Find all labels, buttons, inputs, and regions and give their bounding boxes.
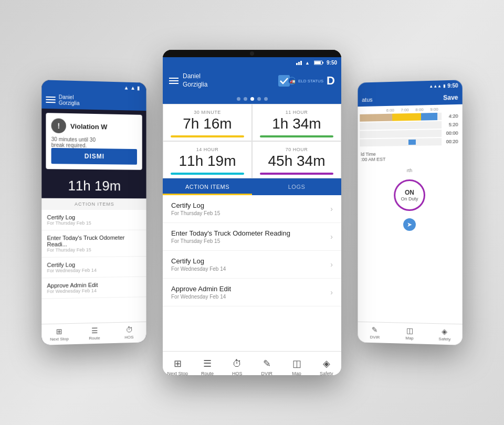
right-signal-icon: ▲▲▲ xyxy=(429,83,442,89)
nav-label-map: Map xyxy=(292,371,301,375)
clock-icon: ⏱ xyxy=(125,325,133,334)
nav-hos[interactable]: ⏱ HOS xyxy=(222,352,252,375)
right-nav-dvir[interactable]: ✎ DVIR xyxy=(358,322,392,343)
action-sub-certify-1: For Thursday Feb 15 xyxy=(171,210,220,216)
hour-label-6: 6:00 xyxy=(383,108,397,113)
svg-rect-1 xyxy=(298,62,300,65)
action-item-certify-2[interactable]: Certify Log For Wednesday Feb 14 › xyxy=(163,251,341,279)
center-status-bar: ▲ 9:50 xyxy=(163,57,341,68)
left-screen: ▲ ▲ ▮ Daniel Gorziglia ! Violatio xyxy=(41,80,146,345)
nav-map[interactable]: ◫ Map xyxy=(282,352,312,375)
hour-label-7: 7:00 xyxy=(397,108,412,113)
tab-action-items[interactable]: ACTION ITEMS xyxy=(163,178,252,195)
camera-area xyxy=(163,50,341,57)
action-item-certify-1[interactable]: Certify Log For Thursday Feb 15 › xyxy=(163,195,341,223)
center-header-left: Daniel Gorziglia xyxy=(169,72,207,89)
action-item-content-1: Certify Log For Thursday Feb 15 xyxy=(171,201,220,216)
timer-11hr-value: 1h 34m xyxy=(272,116,321,132)
next-stop-icon: ⊞ xyxy=(174,358,182,369)
left-signal-icon: ▲ xyxy=(124,84,129,90)
wifi-icon: ▲ xyxy=(305,60,312,65)
right-battery-icon: ▮ xyxy=(443,83,445,88)
action-title-certify-2: Certify Log xyxy=(171,257,226,265)
dot-1[interactable] xyxy=(237,97,240,101)
timer-70hr: 70 HOUR 45h 34m xyxy=(252,141,341,178)
right-nav-map[interactable]: ◫ Map xyxy=(392,323,427,344)
chart-row-4: 00:20 xyxy=(360,138,460,147)
right-nav-safety[interactable]: ◈ Safety xyxy=(427,324,462,345)
left-bottom-nav: ⊞ Next Stop ☰ Route ⏱ HOS xyxy=(41,322,146,345)
nav-label-safety: Safety xyxy=(320,371,333,375)
svg-text:🚛: 🚛 xyxy=(290,78,295,84)
left-nav-label-2: Route xyxy=(89,336,100,341)
nav-safety[interactable]: ◈ Safety xyxy=(311,352,341,375)
list-item[interactable]: Enter Today's Truck Odometer Readi... Fo… xyxy=(41,230,146,258)
blue-square-4 xyxy=(408,140,416,145)
left-nav-label-1: Next Stop xyxy=(50,336,69,342)
timer-30min: 30 MINUTE 7h 16m xyxy=(163,104,252,141)
list-item[interactable]: Certify Log For Thursday Feb 15 xyxy=(41,210,146,230)
action-item-content-odometer: Enter Today's Truck Odometer Reading For… xyxy=(171,229,290,244)
dot-2[interactable] xyxy=(244,97,247,101)
nav-next-stop[interactable]: ⊞ Next Stop xyxy=(163,352,193,375)
action-sub-approve: For Wednesday Feb 14 xyxy=(171,294,231,300)
tan-segment-1 xyxy=(360,114,392,122)
scene: ▲ ▲ ▮ Daniel Gorziglia ! Violatio xyxy=(0,0,504,425)
timer-11hr-label: 11 HOUR xyxy=(286,110,308,115)
left-action-sub-4: For Wednesday Feb 14 xyxy=(47,288,141,294)
action-item-approve[interactable]: Approve Admin Edit For Wednesday Feb 14 … xyxy=(163,279,341,306)
right-status-label: atus xyxy=(362,97,372,103)
blue-segment-1 xyxy=(421,113,438,121)
left-big-timer: 11h 19m xyxy=(41,173,146,198)
timer-14hr-label: 14 HOUR xyxy=(196,147,219,152)
on-text: ON xyxy=(405,189,414,196)
device-left: ▲ ▲ ▮ Daniel Gorziglia ! Violatio xyxy=(41,80,146,345)
timer-11hr: 11 HOUR 1h 34m xyxy=(252,104,341,141)
hour-label-9: 9:00 xyxy=(427,107,442,112)
eld-value: D xyxy=(327,74,335,88)
on-duty-circle[interactable]: ON On Duty xyxy=(394,179,425,211)
center-menu-icon[interactable] xyxy=(169,78,178,84)
left-action-items-label: ACTION ITEMS xyxy=(41,198,146,210)
timer-grid: 30 MINUTE 7h 16m 11 HOUR 1h 34m 14 HOUR … xyxy=(163,104,341,178)
center-user-name: Daniel Gorziglia xyxy=(183,72,207,89)
chevron-icon-1: › xyxy=(330,205,333,213)
left-user-name: Daniel Gorziglia xyxy=(59,94,80,106)
hour-label-8: 8:00 xyxy=(412,107,427,112)
svg-text:▲: ▲ xyxy=(305,60,310,65)
action-item-odometer[interactable]: Enter Today's Truck Odometer Reading For… xyxy=(163,223,341,251)
location-arrow-icon: ➤ xyxy=(407,221,412,228)
action-sub-odometer: For Thursday Feb 15 xyxy=(171,238,290,244)
timer-70hr-label: 70 HOUR xyxy=(286,147,308,152)
list-item[interactable]: Certify Log For Wednesday Feb 14 xyxy=(41,257,146,278)
list-item[interactable]: Approve Admin Edit For Wednesday Feb 14 xyxy=(41,277,146,299)
eld-checkmark-icon: 🚛 xyxy=(278,75,294,87)
timer-11hr-bar xyxy=(260,135,333,137)
tab-logs[interactable]: LOGS xyxy=(252,178,341,195)
timer-30min-value: 7h 16m xyxy=(183,116,232,132)
dot-4[interactable] xyxy=(257,97,261,101)
center-header-right: 🚛 ELD STATUS D xyxy=(278,74,335,88)
center-status-icons: ▲ xyxy=(296,60,324,65)
violation-header: ! Violation W xyxy=(51,118,137,134)
violation-icon: ! xyxy=(51,118,66,133)
left-menu-icon[interactable] xyxy=(46,97,55,103)
chevron-icon-4: › xyxy=(330,288,333,296)
hos-nav-icon: ⏱ xyxy=(233,358,242,369)
nav-dvir[interactable]: ✎ DVIR xyxy=(252,352,282,375)
left-nav-route[interactable]: ☰ Route xyxy=(77,323,112,344)
right-save-button[interactable]: Save xyxy=(443,94,458,102)
left-nav-next-stop[interactable]: ⊞ Next Stop xyxy=(41,324,77,345)
nav-label-next-stop: Next Stop xyxy=(167,371,188,375)
nav-route[interactable]: ☰ Route xyxy=(193,352,223,375)
left-action-list: Certify Log For Thursday Feb 15 Enter To… xyxy=(41,210,146,324)
left-nav-hos[interactable]: ⏱ HOS xyxy=(112,322,146,343)
dot-3[interactable] xyxy=(250,97,254,101)
dismiss-button[interactable]: DISMI xyxy=(51,148,137,165)
dot-5[interactable] xyxy=(264,97,268,101)
camera-dot xyxy=(250,51,254,56)
right-nav-label-map: Map xyxy=(405,336,414,341)
row-total-4: 00:20 xyxy=(442,139,460,145)
row-total-2: 5:20 xyxy=(442,122,460,128)
on-duty-area: rth ON On Duty ➤ xyxy=(358,163,462,235)
